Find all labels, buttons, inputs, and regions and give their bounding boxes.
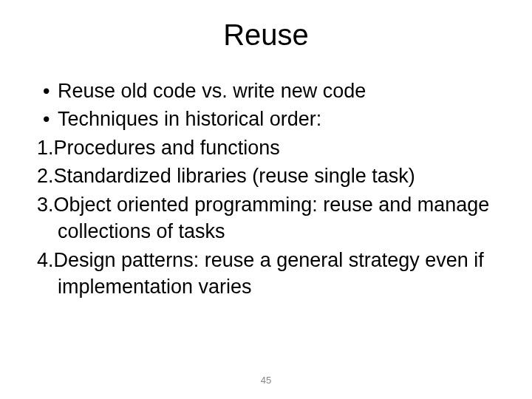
item-text: Design patterns: reuse a general strateg… — [54, 249, 484, 298]
slide-content: Reuse old code vs. write new code Techni… — [37, 78, 495, 301]
item-number: 1. — [37, 137, 54, 159]
numbered-item: 3.Object oriented programming: reuse and… — [37, 191, 495, 245]
bullet-item: Reuse old code vs. write new code — [37, 78, 495, 104]
page-number: 45 — [0, 375, 532, 386]
numbered-item: 1.Procedures and functions — [37, 134, 495, 161]
bullet-item: Techniques in historical order: — [37, 106, 495, 132]
item-text: Procedures and functions — [54, 137, 280, 159]
slide-title: Reuse — [37, 18, 495, 52]
item-text: Standardized libraries (reuse single tas… — [54, 165, 415, 187]
item-number: 3. — [37, 194, 54, 216]
numbered-item: 2.Standardized libraries (reuse single t… — [37, 163, 495, 189]
numbered-item: 4.Design patterns: reuse a general strat… — [37, 247, 495, 301]
item-number: 2. — [37, 165, 54, 187]
item-number: 4. — [37, 249, 54, 271]
item-text: Object oriented programming: reuse and m… — [54, 194, 490, 242]
